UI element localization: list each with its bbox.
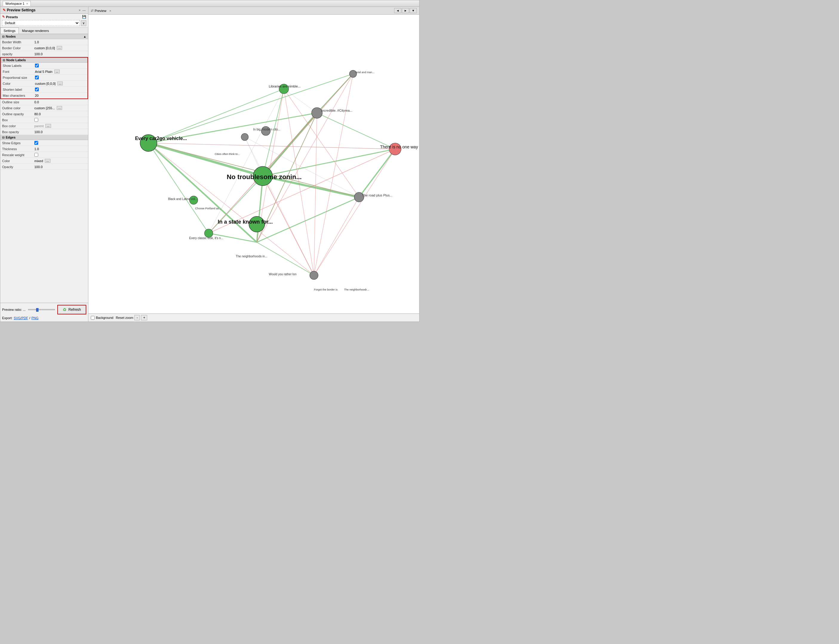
svg-point-57 xyxy=(205,229,213,237)
workspace-tab[interactable]: Workspace 1 × xyxy=(3,1,31,6)
node-labels-toggle-icon[interactable]: ⊟ xyxy=(3,59,5,62)
preview-tab-icon: ⇄ xyxy=(91,9,94,13)
font-ellipsis-button[interactable]: ... xyxy=(54,69,60,74)
export-svg-link[interactable]: SVG/PDF xyxy=(14,316,28,320)
preset-dropdown[interactable]: Default xyxy=(2,20,80,26)
thickness-value: 1.0 xyxy=(33,146,88,151)
preview-tab-close[interactable]: × xyxy=(109,9,111,13)
max-characters-value: 20 xyxy=(34,93,87,98)
max-characters-row: Max characters 20 xyxy=(1,92,87,99)
panel-minimize-icon[interactable]: — xyxy=(82,8,86,12)
thickness-label: Thickness xyxy=(0,146,33,151)
panel-title: ✎ Preview Settings xyxy=(3,8,36,12)
edge-opacity-label: Opacity xyxy=(0,164,33,169)
dropdown-arrow-icon[interactable]: ∨ xyxy=(81,20,86,26)
shorten-label-label: Shorten label xyxy=(1,87,34,92)
edge-color-ellipsis-button[interactable]: ... xyxy=(45,159,50,163)
presets-label: ✎ Presets xyxy=(2,15,18,19)
font-row: Font Arial 5 Plain ... xyxy=(1,69,87,75)
background-checkbox-row: Background xyxy=(91,316,113,320)
outline-size-row: Outline size 0.0 xyxy=(0,99,88,105)
scroll-indicator: ▲ xyxy=(83,35,86,38)
tab-manage-renderers-label: Manage renderers xyxy=(22,29,49,33)
graph-area[interactable]: Every car2go vehicle... Libraries are ni… xyxy=(89,15,419,314)
box-checkbox[interactable] xyxy=(34,118,38,122)
show-labels-value xyxy=(34,63,87,68)
node-labels-header: ⊟ Node Labels xyxy=(1,58,87,63)
main-layout: ✎ Preview Settings × — ✎ Presets 💾 xyxy=(0,7,419,322)
preview-ratio-slider-thumb[interactable] xyxy=(36,308,38,312)
show-edges-checkbox[interactable] xyxy=(34,141,38,145)
outline-color-ellipsis-button[interactable]: ... xyxy=(57,106,62,110)
save-icon[interactable]: 💾 xyxy=(82,15,86,19)
border-color-ellipsis-button[interactable]: ... xyxy=(57,46,62,50)
svg-text:Libraries are nimble...: Libraries are nimble... xyxy=(269,84,300,88)
svg-text:Choose Portland as...: Choose Portland as... xyxy=(195,207,221,210)
font-label: Font xyxy=(1,69,34,74)
edges-toggle-icon[interactable]: ⊟ xyxy=(2,136,5,139)
zoom-minus-button[interactable]: - xyxy=(135,315,140,320)
node-labels-section-label: Node Labels xyxy=(6,58,26,62)
rescale-weight-checkbox[interactable] xyxy=(34,153,38,157)
box-color-text: parent xyxy=(34,124,44,128)
settings-tabs: Settings Manage renderers xyxy=(0,28,88,34)
tab-manage-renderers[interactable]: Manage renderers xyxy=(19,28,52,34)
preview-ratio-slider-track[interactable] xyxy=(28,309,55,310)
refresh-label: Refresh xyxy=(68,307,81,312)
shorten-label-value xyxy=(34,87,87,92)
color-ellipsis-button[interactable]: ... xyxy=(57,82,63,85)
panel-close-icon[interactable]: × xyxy=(79,8,80,12)
nodes-section-header: ⊟ Nodes ▲ xyxy=(0,34,88,39)
nodes-section-label: Nodes xyxy=(6,34,16,38)
outline-color-row: Outline color custom [255... ... xyxy=(0,105,88,111)
outline-color-value: custom [255... ... xyxy=(33,105,88,110)
main-window: Workspace 1 × ✎ Preview Settings × — xyxy=(0,0,419,322)
proportional-size-label: Proportional size xyxy=(1,75,34,80)
svg-text:In a state known for...: In a state known for... xyxy=(218,219,273,225)
color-label: Color xyxy=(1,81,34,86)
export-separator: / xyxy=(29,316,30,320)
presets-pencil-icon: ✎ xyxy=(2,15,5,19)
workspace-close-icon[interactable]: × xyxy=(26,2,28,5)
svg-rect-0 xyxy=(89,29,419,299)
edge-color-text: mixed xyxy=(34,159,43,163)
proportional-size-row: Proportional size xyxy=(1,75,87,80)
right-panel: ⇄ Preview × ◄ ► ▼ xyxy=(89,7,419,322)
svg-text:Incredible. #Cityrea...: Incredible. #Cityrea... xyxy=(321,109,353,112)
background-checkbox[interactable] xyxy=(91,316,95,320)
color-text: custom [0,0,0] xyxy=(35,82,56,85)
refresh-icon: ♻ xyxy=(63,307,67,312)
nav-forward-button[interactable]: ► xyxy=(402,8,409,13)
box-opacity-row: Box opacity 100.0 xyxy=(0,129,88,135)
reset-zoom-label: Reset zoom xyxy=(116,316,133,319)
preview-ratio-label: Preview ratio: ... xyxy=(2,308,26,311)
show-labels-checkbox[interactable] xyxy=(35,64,39,67)
box-label: Box xyxy=(0,118,33,122)
export-png-link[interactable]: PNG xyxy=(31,316,38,320)
svg-text:Cities often think to...: Cities often think to... xyxy=(215,153,240,156)
color-value: custom [0,0,0] ... xyxy=(34,81,87,86)
box-color-ellipsis-button[interactable]: ... xyxy=(45,124,51,128)
svg-text:The neighborhoods in...: The neighborhoods in... xyxy=(236,255,268,258)
color-row: Color custom [0,0,0] ... xyxy=(1,80,87,87)
svg-point-52 xyxy=(312,107,322,118)
show-edges-label: Show Edges xyxy=(0,141,33,145)
shorten-label-checkbox[interactable] xyxy=(35,87,39,91)
nav-arrows: ◄ ► ▼ xyxy=(394,8,417,13)
svg-text:Forgot the border is: Forgot the border is xyxy=(314,288,337,291)
refresh-button[interactable]: ♻ Refresh xyxy=(57,305,86,314)
tab-settings[interactable]: Settings xyxy=(0,28,19,34)
zoom-plus-button[interactable]: + xyxy=(141,315,147,320)
nodes-toggle-icon[interactable]: ⊟ xyxy=(2,35,5,38)
proportional-size-value xyxy=(34,75,87,80)
nav-menu-button[interactable]: ▼ xyxy=(410,8,417,13)
opacity-value: 100.0 xyxy=(33,52,88,56)
background-label: Background xyxy=(96,316,113,319)
svg-text:The neighborhoodr...: The neighborhoodr... xyxy=(344,288,369,291)
graph-svg: Every car2go vehicle... Libraries are ni… xyxy=(89,15,419,314)
nav-back-button[interactable]: ◄ xyxy=(394,8,401,13)
border-width-row: Border Width 1.0 xyxy=(0,39,88,45)
proportional-size-checkbox[interactable] xyxy=(35,76,39,79)
bottom-section: Preview ratio: ... ♻ Refresh Export: SVG… xyxy=(0,303,88,322)
panel-controls: × — xyxy=(79,8,86,12)
